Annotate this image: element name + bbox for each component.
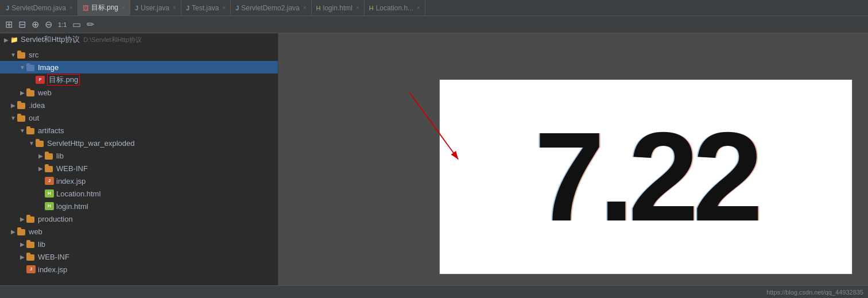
tree-item-servlethttp[interactable]: ▼ ServletHttp_war_exploded (0, 137, 278, 149)
artifacts-arrow: ▼ (18, 127, 26, 134)
web-folder-icon (26, 88, 36, 96)
zoom-out-button[interactable]: ⊖ (43, 18, 54, 31)
jsp-icon: J (45, 177, 54, 185)
src-arrow: ▼ (9, 52, 17, 58)
image-arrow: ▼ (18, 64, 26, 71)
jsp-icon-2: J (26, 265, 36, 273)
tab-close-mubiao[interactable]: × (122, 5, 125, 11)
actual-size-button[interactable]: 1:1 (56, 20, 68, 29)
mubiao-filename: 目标.png (47, 74, 80, 86)
tab-bar: J ServletDemo.java × 🖼 目标.png × J User.j… (0, 0, 868, 16)
out-arrow: ▼ (9, 115, 17, 121)
webinf2-arrow: ▶ (18, 254, 26, 260)
lib2-folder-icon (26, 240, 36, 248)
tree-item-web[interactable]: ▶ web (0, 86, 278, 99)
tree-item-image[interactable]: ▼ Image (0, 61, 278, 73)
tab-login[interactable]: H login.html × (312, 0, 365, 16)
web-arrow: ▶ (18, 90, 26, 96)
tab-servletdemo2[interactable]: J ServletDemo2.java × (231, 0, 311, 16)
tab-location[interactable]: H Location.h... × (365, 0, 425, 16)
tab-close-login[interactable]: × (356, 5, 359, 11)
url-label: https://blog.csdn.net/qq_44932835 (766, 289, 863, 296)
grid-button[interactable]: ⊟ (17, 18, 28, 31)
fit-screen-button[interactable]: ⊞ (3, 18, 14, 31)
tab-close-servletdemo[interactable]: × (69, 5, 73, 11)
tab-close-test[interactable]: × (222, 5, 226, 11)
tree-item-mubiao[interactable]: P 目标.png (0, 73, 278, 86)
artifacts-folder-icon (26, 126, 36, 134)
tree-item-indexjsp[interactable]: J index.jsp (0, 175, 278, 187)
tab-close-servletdemo2[interactable]: × (303, 5, 307, 11)
idea-arrow: ▶ (9, 102, 17, 109)
login-html-icon: H (45, 202, 54, 210)
java-icon: J (6, 5, 9, 11)
tree-item-webinf[interactable]: ▶ WEB-INF (0, 162, 278, 175)
eyedropper-button[interactable]: ✏ (85, 18, 96, 31)
tree-item-idea[interactable]: ▶ .idea (0, 99, 278, 111)
tree-item-login[interactable]: H login.html (0, 200, 278, 212)
sidebar: ▶ 📁 Servlet和Http协议 D:\Servlet和Http协议 ▼ s… (0, 33, 278, 285)
tree-item-lib[interactable]: ▶ lib (0, 149, 278, 162)
tree-item-out[interactable]: ▼ out (0, 111, 278, 124)
lib2-arrow: ▶ (18, 241, 26, 247)
tree-item-production[interactable]: ▶ production (0, 212, 278, 225)
preview-content: 7.22 (534, 114, 757, 240)
java-icon-3: J (186, 5, 189, 11)
tree-item-location[interactable]: H Location.html (0, 187, 278, 200)
image-preview: 7.22 (439, 79, 852, 274)
html-icon-2: H (369, 5, 374, 11)
lib-arrow: ▶ (37, 153, 45, 159)
web2-folder-icon (17, 227, 26, 235)
out-folder-icon (17, 114, 26, 122)
production-folder-icon (26, 215, 36, 223)
servlethttp-folder-icon (36, 139, 45, 147)
editor-area: 7.22 (278, 33, 868, 285)
project-header[interactable]: ▶ 📁 Servlet和Http协议 D:\Servlet和Http协议 (0, 33, 278, 46)
tree-item-web2[interactable]: ▶ web (0, 225, 278, 238)
image-preview-container: 7.22 (278, 33, 868, 285)
tree-item-lib2[interactable]: ▶ lib (0, 238, 278, 250)
image-folder-icon (26, 63, 36, 71)
web2-arrow: ▶ (9, 229, 17, 235)
location-html-icon: H (45, 189, 54, 198)
webinf2-folder-icon (26, 253, 36, 261)
webinf-folder-icon (45, 164, 54, 172)
project-tree: ▼ src ▼ Image P 目标.png ▶ web (0, 46, 278, 278)
tree-item-artifacts[interactable]: ▼ artifacts (0, 124, 278, 137)
tree-item-indexjsp2[interactable]: J index.jsp (0, 263, 278, 276)
tab-mubiao[interactable]: 🖼 目标.png × (78, 0, 130, 16)
fit-button[interactable]: ▭ (71, 18, 83, 31)
java-icon-4: J (235, 5, 239, 11)
tab-close-location[interactable]: × (417, 5, 420, 11)
idea-folder-icon (17, 101, 26, 109)
tab-test[interactable]: J Test.java × (181, 0, 231, 16)
project-arrow: ▶ (2, 37, 10, 43)
tab-servletdemo[interactable]: J ServletDemo.java × (1, 0, 78, 16)
main-area: ▶ 📁 Servlet和Http协议 D:\Servlet和Http协议 ▼ s… (0, 33, 868, 285)
png-file-icon: P (36, 76, 45, 84)
src-folder-icon (17, 51, 26, 59)
editor-toolbar: ⊞ ⊟ ⊕ ⊖ 1:1 ▭ ✏ (0, 16, 868, 33)
webinf-arrow: ▶ (37, 165, 45, 172)
project-icon: 📁 (10, 36, 18, 44)
servlethttp-arrow: ▼ (28, 140, 36, 146)
java-icon-2: J (135, 5, 138, 11)
tab-close-user[interactable]: × (173, 5, 176, 11)
tree-item-webinf2[interactable]: ▶ WEB-INF (0, 250, 278, 263)
project-path: D:\Servlet和Http协议 (83, 36, 141, 44)
tab-user[interactable]: J User.java × (130, 0, 181, 16)
tree-item-src[interactable]: ▼ src (0, 48, 278, 61)
production-arrow: ▶ (18, 216, 26, 222)
zoom-in-button[interactable]: ⊕ (30, 18, 41, 31)
html-icon: H (316, 5, 321, 11)
bottom-bar: https://blog.csdn.net/qq_44932835 (0, 285, 868, 298)
png-icon: 🖼 (83, 5, 89, 11)
lib-folder-icon (45, 152, 54, 160)
